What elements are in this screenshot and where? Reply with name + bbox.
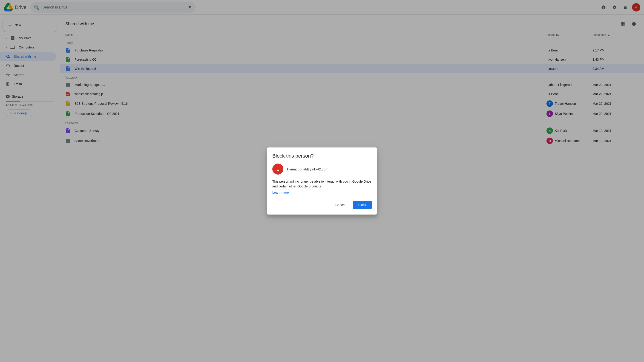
dialog-description: This person will no longer be able to in… (272, 179, 372, 189)
dialog-actions: Cancel Block (272, 201, 372, 209)
block-dialog: Block this person? L lilymacdonald@ink-4… (267, 148, 377, 214)
person-email: lilymacdonald@ink-42.com (287, 167, 328, 171)
person-avatar: L (272, 164, 283, 175)
dialog-person: L lilymacdonald@ink-42.com (272, 164, 372, 175)
dialog-title: Block this person? (272, 153, 372, 159)
dialog-overlay[interactable]: Block this person? L lilymacdonald@ink-4… (0, 0, 644, 362)
learn-more-link[interactable]: Learn more (272, 191, 372, 194)
block-button[interactable]: Block (353, 201, 372, 209)
cancel-button[interactable]: Cancel (330, 201, 351, 209)
